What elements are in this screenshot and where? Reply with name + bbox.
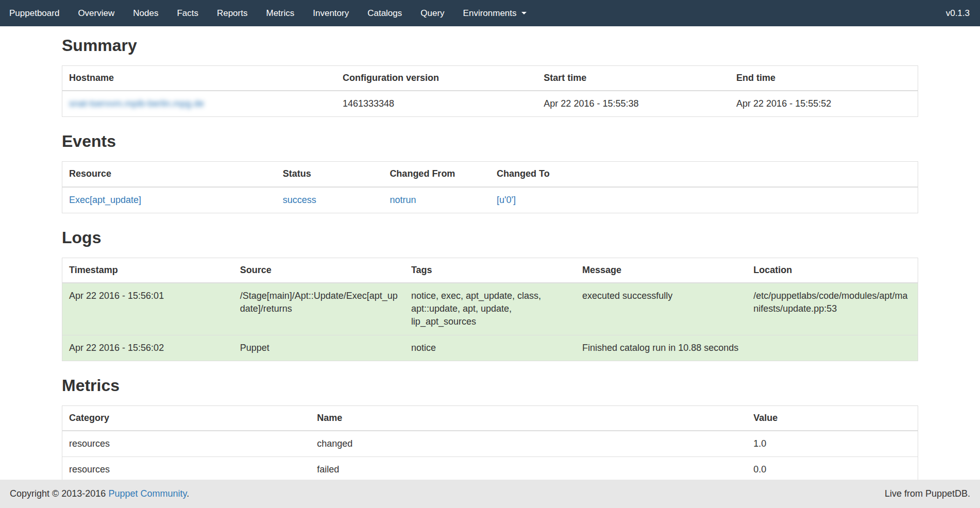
- logs-col-tags: Tags: [404, 258, 576, 283]
- log-source-cell: /Stage[main]/Apt::Update/Exec[apt_update…: [233, 283, 404, 335]
- nav-item-catalogs[interactable]: Catalogs: [358, 0, 411, 26]
- end-time-cell: Apr 22 2016 - 15:55:52: [730, 91, 918, 117]
- event-status-cell: success: [276, 187, 383, 213]
- events-table: Resource Status Changed From Changed To …: [62, 161, 918, 213]
- event-resource-link[interactable]: Exec[apt_update]: [69, 195, 141, 205]
- summary-col-end-time: End time: [730, 66, 918, 91]
- event-resource-cell: Exec[apt_update]: [62, 187, 276, 213]
- config-version-cell: 1461333348: [336, 91, 537, 117]
- logs-heading: Logs: [62, 228, 918, 247]
- metric-row: resources failed 0.0: [62, 457, 918, 483]
- log-tags-cell: notice: [404, 335, 576, 361]
- events-heading: Events: [62, 132, 918, 151]
- metrics-col-value: Value: [747, 405, 918, 431]
- log-timestamp-cell: Apr 22 2016 - 15:56:02: [62, 335, 233, 361]
- event-changed-from-link[interactable]: notrun: [390, 195, 416, 205]
- events-col-status: Status: [276, 162, 383, 187]
- event-changed-from-cell: notrun: [383, 187, 490, 213]
- version-label: v0.1.3: [936, 0, 980, 26]
- navbar-brand[interactable]: Puppetboard: [0, 0, 69, 26]
- summary-header-row: Hostname Configuration version Start tim…: [62, 66, 918, 91]
- navbar: Puppetboard Overview Nodes Facts Reports…: [0, 0, 980, 26]
- log-message-cell: executed successfully: [576, 283, 747, 335]
- log-timestamp-cell: Apr 22 2016 - 15:56:01: [62, 283, 233, 335]
- copyright-period: .: [187, 488, 189, 499]
- nav-item-overview[interactable]: Overview: [69, 0, 124, 26]
- metrics-header-row: Category Name Value: [62, 405, 918, 431]
- events-col-resource: Resource: [62, 162, 276, 187]
- copyright-text: Copyright © 2013-2016: [10, 488, 106, 499]
- event-row: Exec[apt_update] success notrun [u'0']: [62, 187, 918, 213]
- main-content: Summary Hostname Configuration version S…: [62, 36, 918, 508]
- summary-col-hostname: Hostname: [62, 66, 336, 91]
- hostname-link[interactable]: snat-tservvm.mpib-berlin.mpg.de: [69, 98, 204, 109]
- metric-value-cell: 1.0: [747, 431, 918, 457]
- log-row: Apr 22 2016 - 15:56:01 /Stage[main]/Apt:…: [62, 283, 918, 335]
- nav-item-reports[interactable]: Reports: [208, 0, 257, 26]
- summary-col-config-version: Configuration version: [336, 66, 537, 91]
- log-source-cell: Puppet: [233, 335, 404, 361]
- logs-col-timestamp: Timestamp: [62, 258, 233, 283]
- environments-dropdown-label: Environments: [463, 8, 517, 19]
- event-status-link[interactable]: success: [283, 195, 316, 205]
- puppet-community-link[interactable]: Puppet Community: [108, 488, 187, 499]
- metric-row: resources changed 1.0: [62, 431, 918, 457]
- metrics-heading: Metrics: [62, 376, 918, 395]
- summary-row: snat-tservvm.mpib-berlin.mpg.de 14613333…: [62, 91, 918, 117]
- logs-col-source: Source: [233, 258, 404, 283]
- logs-header-row: Timestamp Source Tags Message Location: [62, 258, 918, 283]
- nav-item-inventory[interactable]: Inventory: [303, 0, 358, 26]
- log-tags-cell: notice, exec, apt_update, class, apt::up…: [404, 283, 576, 335]
- hostname-cell: snat-tservvm.mpib-berlin.mpg.de: [62, 91, 336, 117]
- log-message-cell: Finished catalog run in 10.88 seconds: [576, 335, 747, 361]
- nav-item-nodes[interactable]: Nodes: [124, 0, 167, 26]
- nav-item-metrics[interactable]: Metrics: [257, 0, 303, 26]
- metric-category-cell: resources: [62, 457, 311, 483]
- metric-name-cell: changed: [310, 431, 747, 457]
- logs-col-message: Message: [576, 258, 747, 283]
- log-row: Apr 22 2016 - 15:56:02 Puppet notice Fin…: [62, 335, 918, 361]
- footer-copyright: Copyright © 2013-2016 Puppet Community.: [10, 488, 189, 499]
- events-col-changed-to: Changed To: [490, 162, 918, 187]
- footer-live-status: Live from PuppetDB.: [885, 488, 970, 499]
- start-time-cell: Apr 22 2016 - 15:55:38: [537, 91, 730, 117]
- log-location-cell: [747, 335, 918, 361]
- summary-table: Hostname Configuration version Start tim…: [62, 65, 918, 117]
- metric-value-cell: 0.0: [747, 457, 918, 483]
- logs-col-location: Location: [747, 258, 918, 283]
- events-col-changed-from: Changed From: [383, 162, 490, 187]
- caret-down-icon: [521, 12, 527, 14]
- nav-item-query[interactable]: Query: [411, 0, 453, 26]
- footer: Copyright © 2013-2016 Puppet Community. …: [0, 480, 980, 508]
- metric-category-cell: resources: [62, 431, 311, 457]
- event-changed-to-link[interactable]: [u'0']: [497, 195, 516, 205]
- summary-col-start-time: Start time: [537, 66, 730, 91]
- events-header-row: Resource Status Changed From Changed To: [62, 162, 918, 187]
- log-location-cell: /etc/puppetlabs/code/modules/apt/manifes…: [747, 283, 918, 335]
- nav-item-facts[interactable]: Facts: [167, 0, 208, 26]
- metrics-col-category: Category: [62, 405, 311, 431]
- event-changed-to-cell: [u'0']: [490, 187, 918, 213]
- navbar-links: Puppetboard Overview Nodes Facts Reports…: [0, 0, 536, 26]
- metric-name-cell: failed: [310, 457, 747, 483]
- summary-heading: Summary: [62, 36, 918, 55]
- metrics-col-name: Name: [310, 405, 747, 431]
- logs-table: Timestamp Source Tags Message Location A…: [62, 258, 918, 361]
- environments-dropdown[interactable]: Environments: [454, 0, 536, 26]
